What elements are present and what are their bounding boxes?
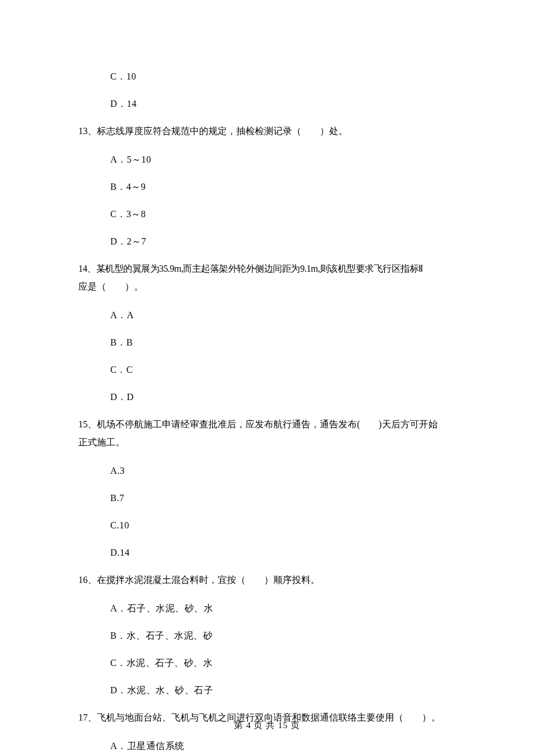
question-15-line1: 15、机场不停航施工申请经审查批准后，应发布航行通告，通告发布( )天后方可开始 xyxy=(78,417,456,431)
q16-option-c: C．水泥、石子、砂、水 xyxy=(110,656,456,670)
q14-option-a: A．A xyxy=(110,308,456,322)
question-14-line2: 应是（ ）。 xyxy=(78,280,456,294)
q14-option-c: C．C xyxy=(110,363,456,377)
q15-option-b: B.7 xyxy=(110,491,456,505)
q13-option-b: B．4～9 xyxy=(110,180,456,194)
q16-option-d: D．水泥、水、砂、石子 xyxy=(110,683,456,697)
question-13: 13、标志线厚度应符合规范中的规定，抽检检测记录（ ）处。 xyxy=(78,124,456,138)
question-14-line1: 14、某机型的翼展为35.9m,而主起落架外轮外侧边间距为9.1m,则该机型要求… xyxy=(78,262,456,276)
q14-option-b: B．B xyxy=(110,336,456,350)
q13-option-c: C．3～8 xyxy=(110,207,456,221)
option-d-top: D．14 xyxy=(110,97,456,111)
q13-option-a: A．5～10 xyxy=(110,153,456,167)
q16-option-a: A．石子、水泥、砂、水 xyxy=(110,602,456,615)
q15-option-c: C.10 xyxy=(110,519,456,532)
q16-option-b: B．水、石子、水泥、砂 xyxy=(110,629,456,643)
page-footer: 第 4 页 共 15 页 xyxy=(0,719,534,732)
q15-option-d: D.14 xyxy=(110,546,456,560)
q15-option-a: A.3 xyxy=(110,464,456,478)
document-content: C．10 D．14 13、标志线厚度应符合规范中的规定，抽检检测记录（ ）处。 … xyxy=(0,0,534,756)
question-16: 16、在搅拌水泥混凝土混合料时，宜按（ ）顺序投料。 xyxy=(78,573,456,587)
question-15-line2: 正式施工。 xyxy=(78,435,456,449)
q17-option-a: A．卫星通信系统 xyxy=(110,739,456,753)
option-c-top: C．10 xyxy=(110,70,456,84)
q14-option-d: D．D xyxy=(110,390,456,404)
q13-option-d: D．2～7 xyxy=(110,235,456,249)
